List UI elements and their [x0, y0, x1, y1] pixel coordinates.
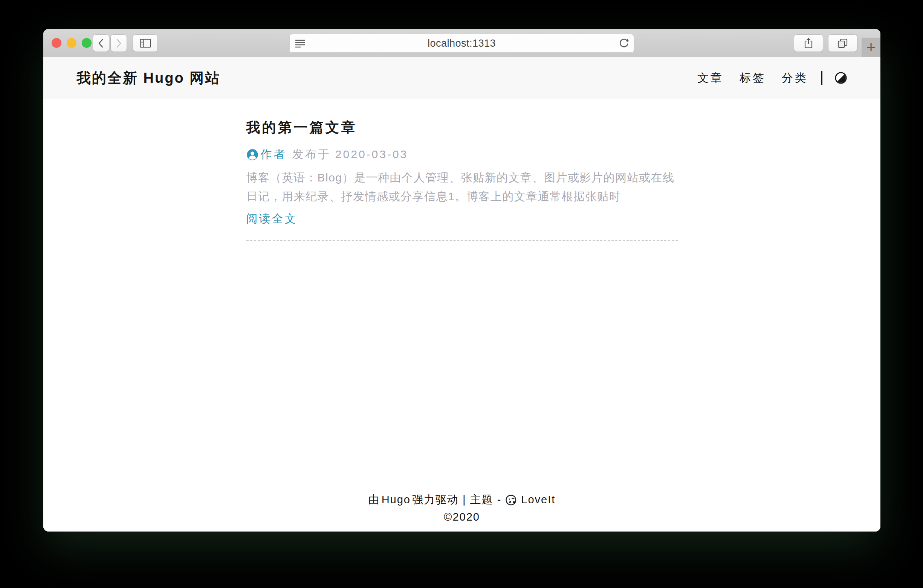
footer-text-middle: 强力驱动 | 主题 - [412, 491, 501, 508]
reload-button[interactable] [618, 37, 629, 49]
theme-toggle-button[interactable] [834, 72, 847, 84]
desktop-background: localhost:1313 [0, 0, 923, 588]
nav-separator [821, 71, 823, 85]
nav-item-posts[interactable]: 文章 [697, 70, 724, 86]
safari-window: localhost:1313 [43, 29, 880, 532]
reader-view-button[interactable] [295, 39, 306, 48]
address-bar[interactable]: localhost:1313 [289, 34, 634, 53]
forward-button[interactable] [111, 34, 126, 52]
plus-icon: + [867, 39, 876, 55]
footer-text-prefix: 由 [368, 491, 380, 508]
chevron-left-icon [97, 38, 105, 48]
author-name: 作者 [261, 147, 287, 162]
post-summary-text: 博客（英语：Blog）是一种由个人管理、张贴新的文章、图片或影片的网站或在线日记… [246, 168, 678, 206]
share-button[interactable] [794, 34, 823, 52]
nav-item-tags[interactable]: 标签 [739, 70, 766, 86]
tab-overview-button[interactable] [828, 34, 857, 52]
nav-item-categories[interactable]: 分类 [782, 70, 808, 86]
footer-powered-line: 由 Hugo 强力驱动 | 主题 - LoveIt [43, 491, 880, 508]
browser-toolbar: localhost:1313 [43, 29, 880, 57]
half-circle-contrast-icon [834, 72, 847, 84]
face-blowing-kiss-icon [505, 494, 517, 506]
share-icon [803, 38, 813, 49]
hugo-link[interactable]: Hugo [382, 491, 411, 508]
site-title-link[interactable]: 我的全新 Hugo 网站 [77, 69, 220, 88]
new-tab-button[interactable]: + [862, 38, 880, 57]
page-content: 我的第一篇文章 作者 发布于 2020-03-03 博客（英语：Blog）是一种… [43, 98, 880, 532]
url-text: localhost:1313 [289, 38, 634, 49]
sidebar-icon [140, 39, 151, 48]
zoom-window-button[interactable] [82, 38, 92, 48]
read-more-link[interactable]: 阅读全文 [246, 211, 297, 227]
post-summary-card: 我的第一篇文章 作者 发布于 2020-03-03 博客（英语：Blog）是一种… [246, 118, 678, 241]
author-link[interactable]: 作者 [246, 147, 287, 162]
tabs-icon [837, 38, 848, 49]
site-nav: 文章 标签 分类 [682, 70, 847, 86]
site-header: 我的全新 Hugo 网站 文章 标签 分类 [43, 57, 880, 98]
post-meta: 作者 发布于 2020-03-03 [246, 147, 678, 162]
post-title-link[interactable]: 我的第一篇文章 [246, 118, 678, 137]
site-footer: 由 Hugo 强力驱动 | 主题 - LoveIt © [43, 491, 880, 532]
back-button[interactable] [93, 34, 109, 52]
post-date: 发布于 2020-03-03 [292, 147, 408, 162]
close-window-button[interactable] [52, 38, 61, 48]
user-circle-icon [246, 149, 258, 161]
loveit-theme-link[interactable]: LoveIt [521, 491, 555, 508]
post-divider [246, 240, 678, 241]
chevron-right-icon [115, 38, 122, 48]
footer-copyright: ©2020 [43, 508, 880, 526]
minimize-window-button[interactable] [67, 38, 77, 48]
sidebar-toggle-button[interactable] [133, 34, 158, 52]
